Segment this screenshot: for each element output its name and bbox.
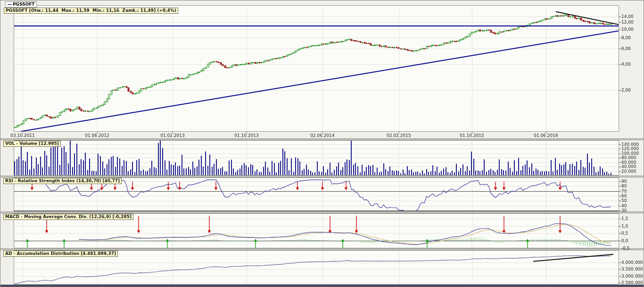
date-axis-tick-label: 01.06.2016 xyxy=(531,133,561,138)
rsi-panel-label[interactable]: RSI - Relative Strength Index (14,30,70)… xyxy=(3,178,122,184)
price-axis-tick-label: 12,00 xyxy=(621,20,634,25)
macd-axis-tick-label: 1,5 xyxy=(621,216,628,221)
macd-panel-label[interactable]: MACD - Moving Average Conv. Div. (12,26,… xyxy=(3,214,133,220)
rsi-axis-tick-label: 70 xyxy=(621,189,627,194)
price-axis-tick-label: 6,00 xyxy=(621,46,631,51)
series-line-swatch: — xyxy=(8,2,12,7)
macd-axis-tick-label: 0,0 xyxy=(621,238,628,243)
panel-splitter[interactable] xyxy=(0,176,644,177)
price-axis-tick-label: 2,00 xyxy=(621,88,631,93)
date-axis-tick-label: 02.02.2015 xyxy=(384,133,414,138)
date-axis-tick-label: 03.10.2011 xyxy=(8,133,38,138)
ad-axis-tick-label: 3.000.000 xyxy=(621,274,643,279)
date-axis-tick-label: 01.10.2015 xyxy=(457,133,487,138)
ad-axis-tick-label: 2.500.000 xyxy=(621,280,643,285)
price-axis-tick-label: 4,00 xyxy=(621,62,631,67)
price-axis-tick-label: 10,00 xyxy=(621,27,634,32)
rsi-axis-tick-label: 80 xyxy=(621,184,627,188)
volume-axis-tick-label: 20.000 xyxy=(621,169,636,174)
chart-plot-area[interactable] xyxy=(0,0,644,287)
rsi-axis-tick-label: 40 xyxy=(621,203,627,208)
panel-splitter[interactable] xyxy=(0,248,644,250)
rsi-axis-tick-label: 50 xyxy=(621,198,627,203)
date-axis-tick-label: 01.06.2012 xyxy=(82,133,112,138)
rsi-axis-tick-label: 90 xyxy=(621,179,627,184)
ohlc-info-box[interactable]: PGSSOFT [Otw.: 11,44 Max.: 11,59 Min.: 1… xyxy=(4,8,178,14)
panel-splitter[interactable] xyxy=(0,211,644,213)
rsi-axis-tick-label: 60 xyxy=(621,194,627,198)
symbol-legend[interactable]: —PGSSOFT xyxy=(5,1,37,8)
rsi-axis-tick-label: 30 xyxy=(621,208,627,213)
price-axis-tick-label: 8,00 xyxy=(621,35,631,40)
ad-panel-label[interactable]: AD - Accumulation Distribution [4.481.88… xyxy=(3,251,118,257)
panel-splitter[interactable] xyxy=(0,138,644,140)
volume-panel-label[interactable]: VOL - Volume [12.995] xyxy=(3,141,61,147)
date-axis-tick-label: 01.10.2013 xyxy=(231,133,262,138)
price-axis-tick-label: 14,00 xyxy=(621,14,634,19)
bottom-scrollbar[interactable] xyxy=(0,285,644,287)
ad-axis-tick-label: 3.500.000 xyxy=(621,267,643,271)
macd-axis-tick-label: -0,5 xyxy=(621,246,630,251)
stock-chart-window: —PGSSOFT PGSSOFT [Otw.: 11,44 Max.: 11,5… xyxy=(0,0,644,287)
symbol-name: PGSSOFT xyxy=(13,2,34,7)
date-axis-tick-label: 02.06.2014 xyxy=(307,133,338,138)
ad-axis-tick-label: 4.000.000 xyxy=(621,260,643,265)
macd-axis-tick-label: 1,0 xyxy=(621,224,628,228)
macd-axis-tick-label: 0,5 xyxy=(621,231,628,236)
date-axis-tick-label: 01.02.2013 xyxy=(157,133,188,138)
